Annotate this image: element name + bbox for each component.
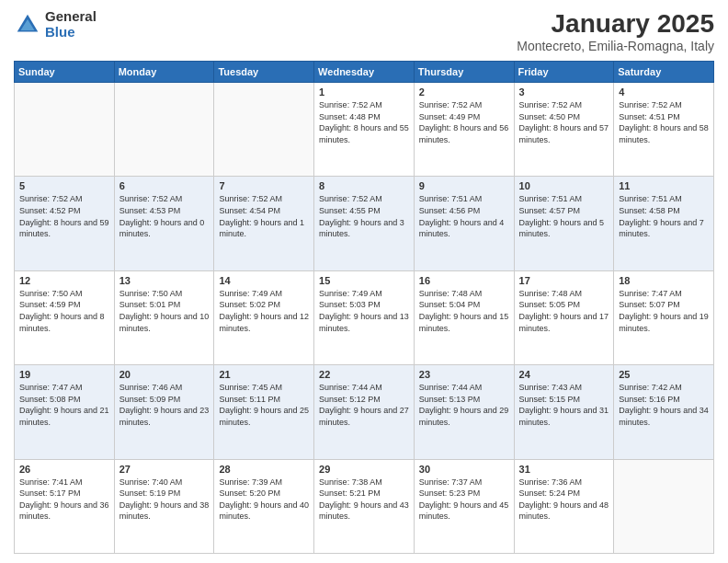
logo-general: General — [45, 9, 97, 25]
day-info: Sunrise: 7:52 AM Sunset: 4:50 PM Dayligh… — [519, 99, 609, 145]
calendar-cell: 1Sunrise: 7:52 AM Sunset: 4:48 PM Daylig… — [314, 83, 415, 177]
day-number: 9 — [419, 180, 509, 191]
weekday-header: Wednesday — [314, 62, 415, 83]
day-number: 12 — [19, 275, 109, 286]
calendar-cell: 31Sunrise: 7:36 AM Sunset: 5:24 PM Dayli… — [514, 459, 614, 553]
weekday-header: Sunday — [15, 62, 115, 83]
day-number: 25 — [619, 369, 709, 380]
day-info: Sunrise: 7:43 AM Sunset: 5:15 PM Dayligh… — [519, 382, 609, 428]
day-number: 14 — [219, 275, 309, 286]
calendar-week-row: 5Sunrise: 7:52 AM Sunset: 4:52 PM Daylig… — [15, 177, 714, 270]
day-info: Sunrise: 7:52 AM Sunset: 4:52 PM Dayligh… — [19, 193, 109, 239]
title-block: January 2025 Montecreto, Emilia-Romagna,… — [517, 9, 714, 53]
day-info: Sunrise: 7:52 AM Sunset: 4:49 PM Dayligh… — [419, 99, 509, 145]
day-number: 19 — [19, 369, 109, 380]
day-number: 4 — [619, 86, 709, 98]
day-info: Sunrise: 7:52 AM Sunset: 4:55 PM Dayligh… — [319, 193, 409, 239]
calendar-cell: 14Sunrise: 7:49 AM Sunset: 5:02 PM Dayli… — [214, 270, 314, 364]
day-number: 15 — [319, 275, 409, 286]
calendar-cell: 13Sunrise: 7:50 AM Sunset: 5:01 PM Dayli… — [114, 270, 214, 364]
day-number: 10 — [519, 180, 609, 191]
day-info: Sunrise: 7:44 AM Sunset: 5:12 PM Dayligh… — [319, 382, 409, 428]
calendar-cell: 6Sunrise: 7:52 AM Sunset: 4:53 PM Daylig… — [114, 177, 214, 270]
weekday-header: Thursday — [414, 62, 514, 83]
day-number: 28 — [219, 464, 309, 475]
day-info: Sunrise: 7:52 AM Sunset: 4:54 PM Dayligh… — [219, 193, 309, 239]
day-info: Sunrise: 7:46 AM Sunset: 5:09 PM Dayligh… — [119, 382, 210, 428]
calendar-cell: 28Sunrise: 7:39 AM Sunset: 5:20 PM Dayli… — [214, 459, 314, 553]
calendar-cell — [15, 83, 115, 177]
header: General Blue January 2025 Montecreto, Em… — [14, 9, 714, 53]
calendar-cell — [114, 83, 214, 177]
logo-icon — [14, 11, 41, 39]
page: General Blue January 2025 Montecreto, Em… — [0, 0, 728, 563]
day-number: 27 — [119, 464, 210, 475]
day-number: 29 — [319, 464, 409, 475]
calendar-cell: 25Sunrise: 7:42 AM Sunset: 5:16 PM Dayli… — [614, 365, 714, 459]
subtitle: Montecreto, Emilia-Romagna, Italy — [517, 39, 714, 53]
calendar-cell: 23Sunrise: 7:44 AM Sunset: 5:13 PM Dayli… — [414, 365, 514, 459]
day-info: Sunrise: 7:50 AM Sunset: 5:01 PM Dayligh… — [119, 288, 210, 334]
day-number: 13 — [119, 275, 210, 286]
calendar-cell: 3Sunrise: 7:52 AM Sunset: 4:50 PM Daylig… — [514, 83, 614, 177]
day-info: Sunrise: 7:47 AM Sunset: 5:07 PM Dayligh… — [619, 288, 709, 334]
weekday-header: Tuesday — [214, 62, 314, 83]
day-number: 20 — [119, 369, 210, 380]
calendar-week-row: 19Sunrise: 7:47 AM Sunset: 5:08 PM Dayli… — [15, 365, 714, 459]
day-number: 21 — [219, 369, 309, 380]
calendar-cell: 7Sunrise: 7:52 AM Sunset: 4:54 PM Daylig… — [214, 177, 314, 270]
day-info: Sunrise: 7:37 AM Sunset: 5:23 PM Dayligh… — [419, 477, 509, 523]
day-number: 22 — [319, 369, 409, 380]
day-info: Sunrise: 7:39 AM Sunset: 5:20 PM Dayligh… — [219, 477, 309, 523]
day-number: 24 — [519, 369, 609, 380]
calendar-week-row: 1Sunrise: 7:52 AM Sunset: 4:48 PM Daylig… — [15, 83, 714, 177]
day-number: 17 — [519, 275, 609, 286]
day-info: Sunrise: 7:51 AM Sunset: 4:58 PM Dayligh… — [619, 193, 709, 239]
calendar-cell: 24Sunrise: 7:43 AM Sunset: 5:15 PM Dayli… — [514, 365, 614, 459]
weekday-header: Monday — [114, 62, 214, 83]
calendar: SundayMondayTuesdayWednesdayThursdayFrid… — [14, 61, 714, 554]
day-number: 26 — [19, 464, 109, 475]
calendar-cell — [614, 459, 714, 553]
day-info: Sunrise: 7:45 AM Sunset: 5:11 PM Dayligh… — [219, 382, 309, 428]
day-info: Sunrise: 7:52 AM Sunset: 4:53 PM Dayligh… — [119, 193, 210, 239]
calendar-cell: 26Sunrise: 7:41 AM Sunset: 5:17 PM Dayli… — [15, 459, 115, 553]
day-info: Sunrise: 7:36 AM Sunset: 5:24 PM Dayligh… — [519, 477, 609, 523]
calendar-cell: 27Sunrise: 7:40 AM Sunset: 5:19 PM Dayli… — [114, 459, 214, 553]
calendar-cell — [214, 83, 314, 177]
day-number: 16 — [419, 275, 509, 286]
day-number: 7 — [219, 180, 309, 191]
day-info: Sunrise: 7:50 AM Sunset: 4:59 PM Dayligh… — [19, 288, 109, 334]
calendar-cell: 20Sunrise: 7:46 AM Sunset: 5:09 PM Dayli… — [114, 365, 214, 459]
day-info: Sunrise: 7:41 AM Sunset: 5:17 PM Dayligh… — [19, 477, 109, 523]
logo: General Blue — [14, 9, 97, 40]
calendar-cell: 16Sunrise: 7:48 AM Sunset: 5:04 PM Dayli… — [414, 270, 514, 364]
day-info: Sunrise: 7:47 AM Sunset: 5:08 PM Dayligh… — [19, 382, 109, 428]
logo-text: General Blue — [45, 9, 97, 40]
calendar-cell: 22Sunrise: 7:44 AM Sunset: 5:12 PM Dayli… — [314, 365, 415, 459]
calendar-cell: 30Sunrise: 7:37 AM Sunset: 5:23 PM Dayli… — [414, 459, 514, 553]
calendar-week-row: 12Sunrise: 7:50 AM Sunset: 4:59 PM Dayli… — [15, 270, 714, 364]
calendar-week-row: 26Sunrise: 7:41 AM Sunset: 5:17 PM Dayli… — [15, 459, 714, 553]
day-info: Sunrise: 7:48 AM Sunset: 5:05 PM Dayligh… — [519, 288, 609, 334]
calendar-cell: 29Sunrise: 7:38 AM Sunset: 5:21 PM Dayli… — [314, 459, 415, 553]
day-info: Sunrise: 7:52 AM Sunset: 4:48 PM Dayligh… — [319, 99, 409, 145]
calendar-cell: 4Sunrise: 7:52 AM Sunset: 4:51 PM Daylig… — [614, 83, 714, 177]
calendar-cell: 15Sunrise: 7:49 AM Sunset: 5:03 PM Dayli… — [314, 270, 415, 364]
calendar-cell: 5Sunrise: 7:52 AM Sunset: 4:52 PM Daylig… — [15, 177, 115, 270]
calendar-cell: 21Sunrise: 7:45 AM Sunset: 5:11 PM Dayli… — [214, 365, 314, 459]
weekday-header: Saturday — [614, 62, 714, 83]
day-number: 18 — [619, 275, 709, 286]
day-number: 3 — [519, 86, 609, 98]
calendar-cell: 2Sunrise: 7:52 AM Sunset: 4:49 PM Daylig… — [414, 83, 514, 177]
day-number: 5 — [19, 180, 109, 191]
day-info: Sunrise: 7:51 AM Sunset: 4:56 PM Dayligh… — [419, 193, 509, 239]
main-title: January 2025 — [517, 9, 714, 39]
day-info: Sunrise: 7:44 AM Sunset: 5:13 PM Dayligh… — [419, 382, 509, 428]
day-info: Sunrise: 7:48 AM Sunset: 5:04 PM Dayligh… — [419, 288, 509, 334]
day-number: 31 — [519, 464, 609, 475]
day-number: 11 — [619, 180, 709, 191]
day-info: Sunrise: 7:52 AM Sunset: 4:51 PM Dayligh… — [619, 99, 709, 145]
calendar-cell: 10Sunrise: 7:51 AM Sunset: 4:57 PM Dayli… — [514, 177, 614, 270]
day-info: Sunrise: 7:49 AM Sunset: 5:02 PM Dayligh… — [219, 288, 309, 334]
